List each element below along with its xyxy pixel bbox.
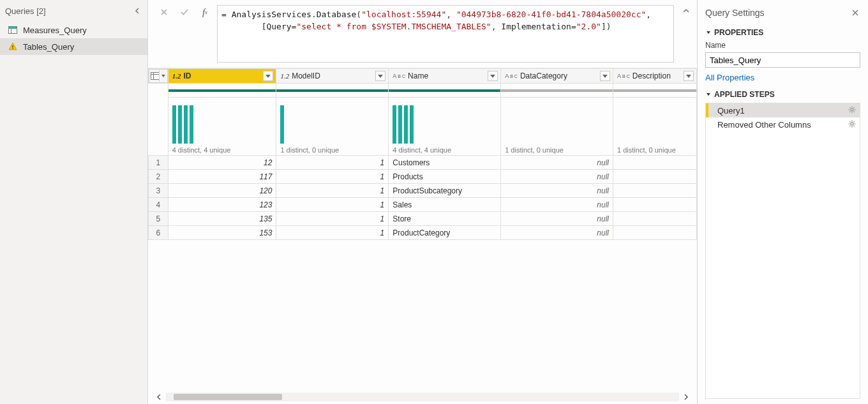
cell-datacategory[interactable]: null xyxy=(501,212,613,226)
gear-icon[interactable] xyxy=(848,106,856,116)
profile-label: 4 distinct, 4 unique xyxy=(393,146,497,154)
cell-name[interactable]: ProductSubcategory xyxy=(389,184,501,198)
query-name-input[interactable] xyxy=(705,52,860,68)
svg-rect-3 xyxy=(9,27,17,29)
column-filter-button[interactable] xyxy=(375,71,385,81)
scroll-thumb[interactable] xyxy=(174,394,282,400)
cell-datacategory[interactable]: null xyxy=(501,170,613,184)
cell-name[interactable]: Sales xyxy=(389,198,501,212)
column-filter-button[interactable] xyxy=(600,71,610,81)
row-number: 6 xyxy=(149,226,168,240)
quality-bar xyxy=(613,89,696,92)
column-header-modelid[interactable]: 1.2ModelID xyxy=(276,69,389,84)
cell-description[interactable] xyxy=(613,226,697,240)
table-icon xyxy=(8,25,18,35)
cell-modelid[interactable]: 1 xyxy=(276,156,389,170)
column-header-description[interactable]: ABCDescription xyxy=(613,69,697,84)
row-number: 5 xyxy=(149,212,168,226)
column-filter-button[interactable] xyxy=(263,71,273,81)
cell-name[interactable]: Customers xyxy=(389,156,501,170)
svg-line-17 xyxy=(849,111,850,112)
cell-name[interactable]: Store xyxy=(389,212,501,226)
scroll-right-button[interactable] xyxy=(680,392,692,402)
cell-modelid[interactable]: 1 xyxy=(276,184,389,198)
column-header-name[interactable]: ABCName xyxy=(389,69,501,84)
table-corner[interactable] xyxy=(149,69,168,84)
scroll-left-button[interactable] xyxy=(153,392,165,402)
cell-modelid[interactable]: 1 xyxy=(276,170,389,184)
svg-line-26 xyxy=(849,125,850,126)
applied-step[interactable]: Query1 xyxy=(706,103,860,117)
svg-rect-6 xyxy=(151,73,160,80)
table-row[interactable]: 1121Customersnull xyxy=(149,156,697,170)
warning-icon xyxy=(8,41,18,52)
column-profile: 1 distinct, 0 unique xyxy=(613,98,696,155)
scroll-track[interactable] xyxy=(166,393,679,401)
cell-description[interactable] xyxy=(613,156,697,170)
commit-formula-button[interactable] xyxy=(176,5,193,19)
data-table[interactable]: 1.2ID1.2ModelIDABCNameABCDataCategoryABC… xyxy=(148,68,697,240)
cell-name[interactable]: Products xyxy=(389,170,501,184)
cell-description[interactable] xyxy=(613,184,697,198)
quality-bar xyxy=(389,89,500,92)
cell-modelid[interactable]: 1 xyxy=(276,226,389,240)
column-profile: 1 distinct, 0 unique xyxy=(501,98,613,155)
quality-bar xyxy=(501,89,613,92)
column-profile: 4 distinct, 4 unique xyxy=(389,98,500,155)
expand-formula-button[interactable] xyxy=(680,5,692,17)
cell-description[interactable] xyxy=(613,198,697,212)
queries-header: Queries [2] xyxy=(0,0,147,22)
applied-steps-section-title: APPLIED STEPS xyxy=(705,90,860,99)
properties-section-title: PROPERTIES xyxy=(705,28,860,37)
distribution-bars xyxy=(280,98,384,146)
cell-datacategory[interactable]: null xyxy=(501,226,613,240)
cell-name[interactable]: ProductCategory xyxy=(389,226,501,240)
cell-datacategory[interactable]: null xyxy=(501,198,613,212)
column-filter-button[interactable] xyxy=(684,71,694,81)
svg-rect-4 xyxy=(12,45,13,48)
table-row[interactable]: 51351Storenull xyxy=(149,212,697,226)
table-row[interactable]: 41231Salesnull xyxy=(149,198,697,212)
column-profile: 1 distinct, 0 unique xyxy=(276,98,388,155)
collapse-sidebar-button[interactable] xyxy=(132,6,142,16)
cell-description[interactable] xyxy=(613,170,697,184)
column-header-id[interactable]: 1.2ID xyxy=(168,69,276,84)
sidebar-item-measures-query[interactable]: Measures_Query xyxy=(0,22,147,38)
close-settings-button[interactable] xyxy=(850,8,860,18)
number-type-icon: 1.2 xyxy=(280,72,289,80)
column-header-datacategory[interactable]: ABCDataCategory xyxy=(501,69,613,84)
svg-line-14 xyxy=(849,107,850,108)
gear-icon[interactable] xyxy=(848,120,856,130)
profile-label: 1 distinct, 0 unique xyxy=(617,146,692,154)
sidebar-item-tables-query[interactable]: Tables_Query xyxy=(0,38,147,55)
svg-line-23 xyxy=(849,121,850,122)
cell-id[interactable]: 120 xyxy=(168,184,276,198)
cell-datacategory[interactable]: null xyxy=(501,184,613,198)
cell-id[interactable]: 153 xyxy=(168,226,276,240)
queries-title: Queries [2] xyxy=(5,6,46,16)
text-type-icon: ABC xyxy=(617,73,630,79)
horizontal-scrollbar[interactable] xyxy=(148,390,697,404)
query-settings-title: Query Settings xyxy=(705,8,765,18)
fx-icon[interactable]: fx xyxy=(197,5,213,19)
table-row[interactable]: 61531ProductCategorynull xyxy=(149,226,697,240)
column-name: DataCategory xyxy=(520,71,597,80)
cell-id[interactable]: 123 xyxy=(168,198,276,212)
profile-label: 1 distinct, 0 unique xyxy=(280,146,384,154)
cell-id[interactable]: 12 xyxy=(168,156,276,170)
cell-id[interactable]: 135 xyxy=(168,212,276,226)
all-properties-link[interactable]: All Properties xyxy=(705,73,860,82)
table-row[interactable]: 31201ProductSubcategorynull xyxy=(149,184,697,198)
applied-step[interactable]: Removed Other Columns xyxy=(706,117,860,131)
cancel-formula-button[interactable] xyxy=(156,5,172,19)
cell-modelid[interactable]: 1 xyxy=(276,198,389,212)
table-row[interactable]: 21171Productsnull xyxy=(149,170,697,184)
cell-datacategory[interactable]: null xyxy=(501,156,613,170)
formula-input[interactable]: = AnalysisServices.Database("localhost:5… xyxy=(217,5,674,63)
cell-id[interactable]: 117 xyxy=(168,170,276,184)
cell-modelid[interactable]: 1 xyxy=(276,212,389,226)
row-number: 3 xyxy=(149,184,168,198)
cell-description[interactable] xyxy=(613,212,697,226)
applied-steps-list: Query1Removed Other Columns xyxy=(705,103,860,399)
column-filter-button[interactable] xyxy=(488,71,498,81)
